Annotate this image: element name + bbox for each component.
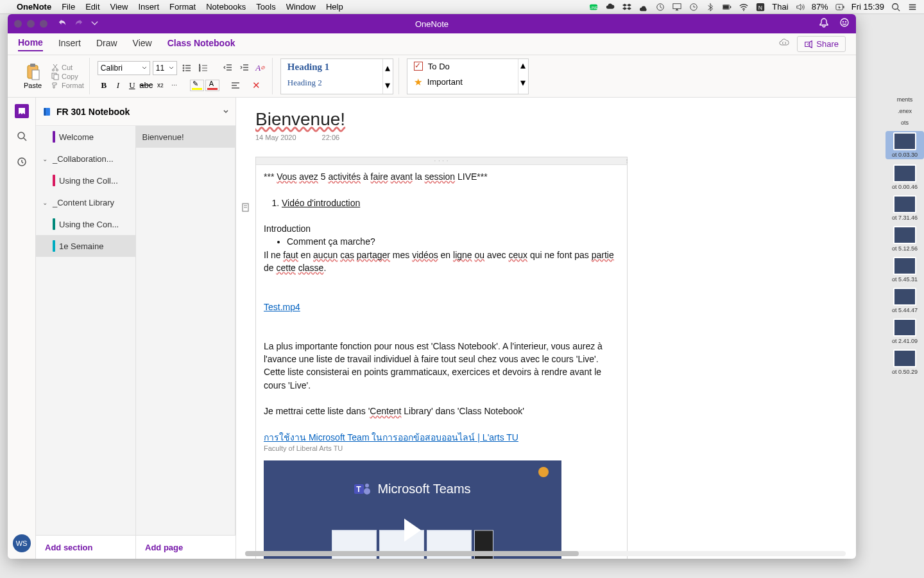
numbering-button[interactable]: 123 — [196, 62, 210, 74]
menu-edit[interactable]: Edit — [85, 2, 99, 12]
control-center-icon[interactable] — [907, 2, 918, 12]
recent-icon[interactable] — [17, 157, 27, 170]
indent-button[interactable] — [237, 62, 252, 74]
menu-file[interactable]: File — [62, 2, 75, 12]
timemachine-icon[interactable] — [689, 2, 699, 12]
menu-insert[interactable]: Insert — [138, 2, 159, 12]
resize-handle-icon[interactable]: ⋮ — [624, 157, 629, 164]
section-using-collaboration[interactable]: Using the Coll... — [36, 170, 135, 191]
input-language[interactable]: Thai — [772, 2, 788, 12]
desktop-file[interactable]: ments — [886, 96, 924, 103]
face-icon[interactable] — [839, 17, 850, 30]
tab-class-notebook[interactable]: Class Notebook — [167, 38, 235, 51]
font-size-select[interactable]: 11 — [153, 61, 177, 75]
spotlight-icon[interactable] — [891, 2, 901, 12]
dropbox-icon[interactable] — [622, 2, 632, 12]
video-thumbnail[interactable]: T Microsoft Teams การใช้ Microsoft Team … — [264, 460, 561, 559]
tags-gallery[interactable]: To Do ★Important ▴▾ — [407, 58, 529, 94]
heading[interactable]: Introduction — [264, 222, 619, 235]
tag-important[interactable]: ★Important — [407, 74, 528, 91]
link-thai[interactable]: การใช้งาน Microsoft Team ในการออกข้อสอบอ… — [264, 432, 518, 442]
app-name[interactable]: OneNote — [17, 2, 51, 12]
qat-customize-icon[interactable] — [90, 18, 99, 30]
window-controls[interactable] — [14, 20, 47, 28]
horizontal-scrollbar[interactable] — [245, 551, 846, 556]
desktop-file[interactable]: ot 7.31.46 — [886, 195, 924, 221]
body-text[interactable]: Je mettrai cette liste dans 'Centent Lib… — [264, 405, 619, 417]
section-1e-semaine[interactable]: 1e Semaine — [36, 235, 135, 257]
undo-button[interactable] — [58, 18, 67, 30]
tab-draw[interactable]: Draw — [96, 38, 117, 51]
notebook-dropdown[interactable]: FR 301 Notebook — [36, 98, 235, 126]
section-group-content-library[interactable]: ⌄_Content Library — [36, 191, 135, 213]
copy-button[interactable]: Copy — [51, 73, 84, 80]
page-canvas[interactable]: Bienvenue! 14 May 2020 22:06 · · · ·⋮ **… — [236, 98, 856, 559]
styles-gallery[interactable]: Heading 1 Heading 2 ▴▾ — [280, 58, 393, 94]
gallery-up-icon[interactable]: ▴ — [518, 59, 528, 76]
tab-insert[interactable]: Insert — [58, 38, 81, 51]
tab-view[interactable]: View — [133, 38, 152, 51]
underline-button[interactable]: U — [126, 79, 139, 92]
tag-marker-icon[interactable] — [242, 202, 251, 215]
menu-view[interactable]: View — [110, 2, 128, 12]
page-bienvenue[interactable]: Bienvenue! — [136, 126, 235, 148]
desktop-file[interactable]: ot 0.50.29 — [886, 349, 924, 375]
clock[interactable]: Fri 15:39 — [851, 2, 884, 12]
strike-button[interactable]: abc — [140, 79, 153, 92]
desktop-file[interactable]: ot 5.12.56 — [886, 226, 924, 252]
paste-button[interactable]: Paste — [18, 64, 47, 89]
font-color-button[interactable]: A — [205, 80, 219, 91]
font-family-select[interactable]: Calibri — [98, 61, 150, 75]
sync-status-icon[interactable] — [779, 38, 789, 51]
search-icon[interactable] — [17, 131, 27, 144]
desktop-file[interactable]: ot 5.45.31 — [886, 257, 924, 283]
cloud-icon[interactable] — [605, 2, 615, 12]
desktop-file[interactable]: ot 5.44.47 — [886, 288, 924, 313]
bold-button[interactable]: B — [98, 79, 110, 92]
line-app-icon[interactable]: LINE — [588, 2, 599, 12]
desktop-file[interactable]: ots — [886, 119, 924, 126]
section-welcome[interactable]: Welcome — [36, 126, 135, 148]
highlight-button[interactable]: ✎ — [190, 80, 204, 91]
tab-home[interactable]: Home — [18, 37, 43, 51]
desktop-file[interactable]: ot 0.03.30 — [886, 131, 924, 159]
avatar[interactable]: WS — [13, 534, 31, 552]
desktop-file[interactable]: ot 0.00.46 — [886, 164, 924, 190]
desktop-file[interactable]: ot 2.41.09 — [886, 319, 924, 344]
subscript-button[interactable]: x2 — [154, 79, 167, 92]
body-text[interactable]: Il ne faut en aucun cas partager mes vid… — [264, 249, 619, 275]
clear-format-button[interactable]: A⊘ — [254, 62, 267, 74]
gallery-down-icon[interactable]: ▾ — [383, 76, 393, 94]
wifi-icon[interactable] — [739, 2, 749, 12]
style-heading1[interactable]: Heading 1 — [281, 59, 393, 75]
more-font-icon[interactable]: ⋯ — [168, 79, 181, 92]
notebooks-icon[interactable] — [15, 104, 29, 118]
outdent-button[interactable] — [221, 62, 235, 74]
bullets-button[interactable] — [180, 62, 194, 74]
body-text[interactable]: *** Vous avez 5 activités à faire avant … — [264, 170, 619, 183]
list-item[interactable]: Vidéo d'introduction — [282, 197, 619, 209]
menu-tools[interactable]: Tools — [256, 2, 275, 12]
volume-icon[interactable] — [795, 2, 805, 12]
bullet-item[interactable]: Comment ça marche? — [287, 235, 619, 248]
menu-window[interactable]: Window — [286, 2, 316, 12]
menu-help[interactable]: Help — [326, 2, 343, 12]
notion-icon[interactable]: N — [755, 2, 766, 12]
add-page-button[interactable]: Add page — [136, 536, 235, 559]
format-painter-button[interactable]: Format — [51, 82, 84, 89]
menu-format[interactable]: Format — [169, 2, 196, 12]
tag-todo[interactable]: To Do — [407, 59, 528, 74]
italic-button[interactable]: I — [112, 79, 124, 92]
gallery-up-icon[interactable]: ▴ — [383, 59, 393, 76]
align-button[interactable] — [228, 79, 243, 92]
bluetooth-icon[interactable] — [705, 2, 715, 12]
sync-icon[interactable] — [655, 2, 665, 12]
section-using-content[interactable]: Using the Con... — [36, 213, 135, 235]
delete-button[interactable]: ✕ — [250, 79, 263, 92]
desktop-file[interactable]: .enex — [886, 108, 924, 114]
note-container[interactable]: · · · ·⋮ *** Vous avez 5 activités à fai… — [255, 157, 628, 559]
gallery-down-icon[interactable]: ▾ — [518, 76, 528, 94]
menu-notebooks[interactable]: Notebooks — [206, 2, 246, 12]
cut-button[interactable]: Cut — [51, 64, 84, 71]
upload-icon[interactable] — [638, 2, 649, 12]
